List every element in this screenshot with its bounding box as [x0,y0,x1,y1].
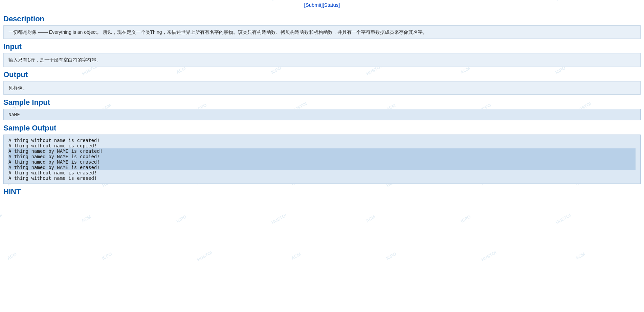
sample-output-title: Sample Output [3,124,641,133]
output-line: A thing named by NAME is erased! [8,165,636,170]
submit-link[interactable]: [Submit] [304,2,323,8]
output-line: A thing named by NAME is created! [8,148,636,154]
sample-input-box: NAME [3,109,641,120]
output-line: A thing without name is created! [8,138,636,143]
output-line: A thing without name is erased! [8,175,636,181]
nav-bar: [Submit][Status] [3,0,641,11]
description-content: 一切都是对象 —— Everything is an object。 所以，现在… [3,25,641,39]
input-title: Input [3,42,641,51]
output-line: A thing named by NAME is copied! [8,154,636,159]
description-title: Description [3,15,641,23]
sample-output-box: A thing without name is created!A thing … [3,135,641,184]
output-line: A thing named by NAME is erased! [8,159,636,165]
output-content: 见样例。 [3,81,641,95]
output-title: Output [3,70,641,79]
input-content: 输入只有1行，是一个没有空白符的字符串。 [3,53,641,67]
hint-title: HINT [3,187,641,196]
output-line: A thing without name is erased! [8,170,636,175]
output-line: A thing without name is copied! [8,143,636,148]
sample-input-title: Sample Input [3,98,641,107]
sample-input-value: NAME [8,112,20,117]
status-link[interactable]: [Status] [323,2,340,8]
